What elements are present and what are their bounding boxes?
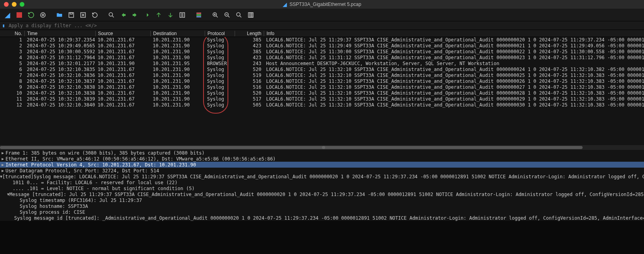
detail-syslog-pid[interactable]: Syslog process id: CISE: [20, 209, 85, 215]
detail-udp[interactable]: User Datagram Protocol, Src Port: 32724,…: [6, 168, 159, 174]
packet-row[interactable]: 102024-07-25 10:32:10.38387810.201.231.6…: [0, 90, 644, 96]
wireshark-fin-icon: ◢: [283, 1, 287, 7]
column-no[interactable]: No.: [0, 31, 24, 36]
column-protocol[interactable]: Protocol: [205, 31, 235, 36]
detail-facility[interactable]: 1011 0... = Facility: LOCAL6 - reserved …: [13, 180, 178, 185]
auto-scroll-button[interactable]: [177, 10, 187, 20]
column-time[interactable]: Time: [24, 31, 95, 36]
column-source[interactable]: Source: [95, 31, 150, 36]
open-file-button[interactable]: [54, 10, 65, 20]
go-forward-button[interactable]: [130, 10, 140, 20]
packet-details-pane[interactable]: ▶Frame 1: 385 bytes on wire (3080 bits),…: [0, 150, 644, 221]
column-info[interactable]: Info: [264, 31, 644, 36]
detail-frame[interactable]: Frame 1: 385 bytes on wire (3080 bits), …: [6, 150, 205, 156]
svg-point-0: [41, 13, 45, 17]
go-to-packet-button[interactable]: [142, 10, 152, 20]
packet-row[interactable]: 82024-07-25 10:32:10.38376010.201.231.67…: [0, 78, 644, 84]
svg-point-1: [42, 14, 44, 16]
display-filter-input[interactable]: [7, 22, 644, 29]
expander-icon[interactable]: ▶: [0, 157, 6, 161]
packet-row[interactable]: 12024-07-25 10:29:37.23544110.201.231.67…: [0, 37, 644, 43]
zoom-reset-button[interactable]: [234, 10, 244, 20]
packet-row[interactable]: 72024-07-25 10:32:10.38366810.201.231.67…: [0, 73, 644, 78]
find-packet-button[interactable]: [106, 10, 117, 20]
empty-area: [0, 221, 644, 254]
reload-file-button[interactable]: [90, 10, 100, 20]
column-length[interactable]: Length: [235, 31, 264, 36]
detail-syslog-msgid[interactable]: Syslog message id [truncated]: _Administ…: [14, 215, 644, 221]
packet-row[interactable]: 42024-07-25 10:31:12.79647310.201.231.67…: [0, 55, 644, 61]
detail-syslog-timestamp[interactable]: Syslog timestamp (RFC3164): Jul 25 11:29…: [20, 198, 142, 203]
detail-level[interactable]: .... .101 = Level: NOTICE - normal but s…: [13, 186, 194, 191]
resize-columns-button[interactable]: [246, 10, 256, 20]
zoom-in-button[interactable]: [210, 10, 220, 20]
packet-row[interactable]: 52024-07-25 10:32:01.21778010.201.231.90…: [0, 61, 644, 67]
maximize-window-button[interactable]: [20, 2, 24, 7]
svg-rect-9: [196, 16, 201, 17]
packet-list-scrollbar[interactable]: [0, 145, 644, 150]
expander-icon[interactable]: ▶: [0, 168, 6, 173]
main-toolbar: ◢: [0, 9, 644, 21]
svg-rect-8: [196, 14, 201, 15]
svg-rect-15: [252, 13, 253, 17]
zoom-out-button[interactable]: [222, 10, 232, 20]
packet-row[interactable]: 122024-07-25 10:32:10.38405310.201.231.6…: [0, 102, 644, 108]
svg-rect-14: [250, 13, 252, 17]
detail-ethernet[interactable]: Ethernet II, Src: VMware_a5:46:12 (00:50…: [6, 156, 276, 162]
packet-row[interactable]: 22024-07-25 10:29:49.05659410.201.231.67…: [0, 43, 644, 49]
packet-list-header: No. Time Source Destination Protocol Len…: [0, 30, 644, 37]
minimize-window-button[interactable]: [12, 2, 17, 7]
svg-rect-3: [70, 13, 72, 14]
display-filter-bar: ▮: [0, 21, 644, 30]
detail-syslog-hostname[interactable]: Syslog hostname: SSPT33A: [20, 204, 88, 209]
packet-row[interactable]: 62024-07-25 10:32:10.38353010.201.231.67…: [0, 67, 644, 73]
go-last-button[interactable]: [165, 10, 176, 20]
svg-point-5: [109, 13, 113, 16]
close-window-button[interactable]: [4, 2, 9, 7]
detail-message[interactable]: Message [truncated]: Jul 25 11:29:37 SSP…: [9, 192, 644, 197]
restart-capture-button[interactable]: [26, 10, 36, 20]
close-file-button[interactable]: [78, 10, 88, 20]
svg-rect-7: [196, 13, 201, 14]
titlebar: ◢ SSPT33A_GigabitEthernet 5.pcap: [0, 0, 644, 9]
stop-capture-button[interactable]: [14, 10, 24, 20]
expander-icon[interactable]: ▶: [0, 151, 6, 155]
expander-icon[interactable]: ▶: [0, 162, 6, 167]
packet-list[interactable]: 12024-07-25 10:29:37.23544110.201.231.67…: [0, 37, 644, 145]
pane-resize-handle[interactable]: [322, 146, 325, 149]
packet-row[interactable]: 92024-07-25 10:32:10.38380710.201.231.67…: [0, 84, 644, 90]
detail-syslog[interactable]: [truncated]Syslog message: LOCAL6.NOTICE…: [2, 174, 644, 179]
detail-ip[interactable]: Internet Protocol Version 4, Src: 10.201…: [6, 162, 196, 168]
column-destination[interactable]: Destination: [150, 31, 205, 36]
capture-options-button[interactable]: [38, 10, 48, 20]
svg-rect-13: [248, 13, 250, 17]
packet-row[interactable]: 112024-07-25 10:32:10.38394510.201.231.6…: [0, 96, 644, 102]
svg-point-12: [237, 13, 240, 16]
filter-bookmark-icon[interactable]: ▮: [0, 23, 7, 28]
scrollbar-thumb[interactable]: [0, 146, 583, 149]
save-file-button[interactable]: [66, 10, 76, 20]
start-capture-button[interactable]: ◢: [2, 10, 13, 20]
svg-rect-2: [69, 13, 74, 17]
colorize-button[interactable]: [194, 10, 204, 20]
go-first-button[interactable]: [154, 10, 164, 20]
packet-row[interactable]: 32024-07-25 10:30:00.55929310.201.231.67…: [0, 49, 644, 55]
window-title: SSPT33A_GigabitEthernet 5.pcap: [289, 2, 361, 7]
go-back-button[interactable]: [118, 10, 128, 20]
